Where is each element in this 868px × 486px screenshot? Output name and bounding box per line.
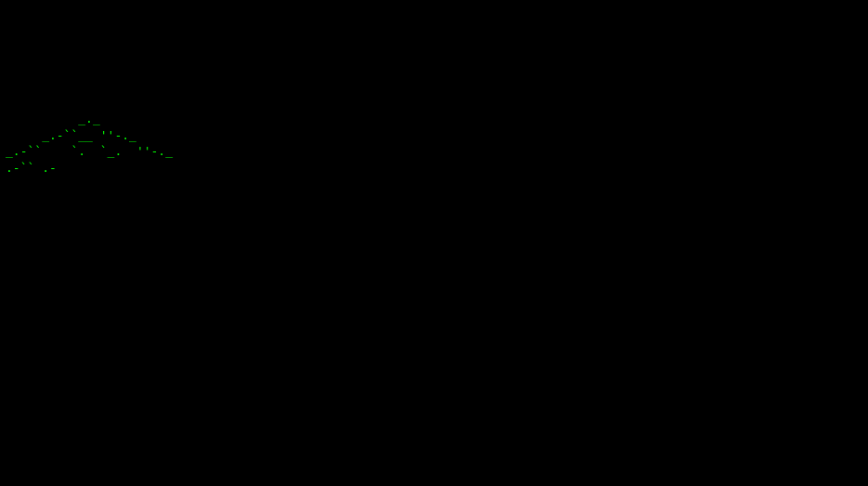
- terminal: _._ _.-``__ ''-._ _.-`` `. `_. ''-._ .-`…: [0, 0, 868, 185]
- ascii-art-pre: _._ _.-``__ ''-._ _.-`` `. `_. ''-._ .-`…: [6, 111, 321, 176]
- ascii-section: _._ _.-``__ ''-._ _.-`` `. `_. ''-._ .-`…: [6, 77, 862, 177]
- ascii-art: _._ _.-``__ ''-._ _.-`` `. `_. ''-._ .-`…: [6, 77, 321, 177]
